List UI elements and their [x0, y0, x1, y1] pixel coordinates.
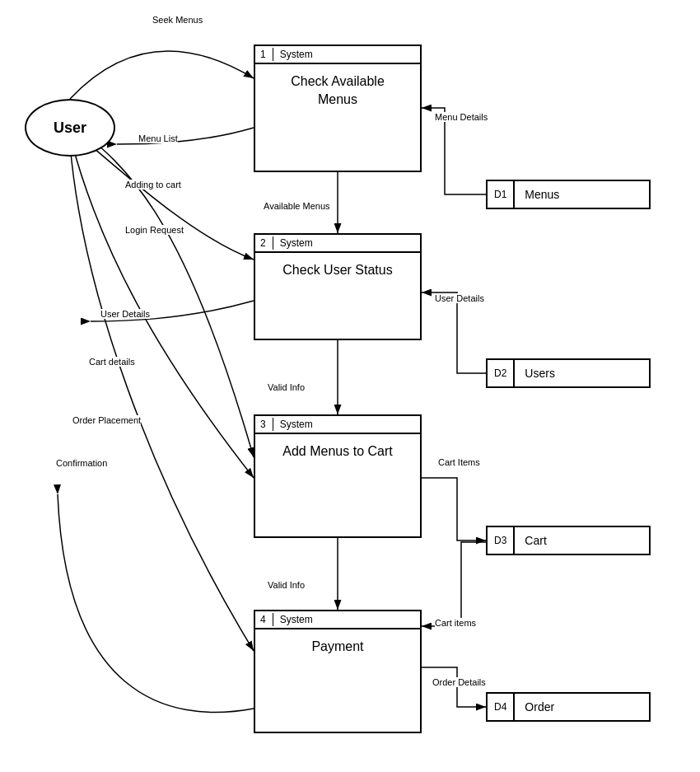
label-seek-menus: Seek Menus	[152, 15, 203, 25]
process-2-system: System	[280, 237, 313, 249]
process-3-title: Add Menus to Cart	[255, 434, 420, 469]
label-menu-list: Menu List	[138, 133, 178, 143]
process-4-system: System	[280, 614, 313, 625]
label-confirmation: Confirmation	[56, 458, 107, 468]
label-order-details: Order Details	[432, 677, 486, 687]
data-store-d4-label: D4	[488, 694, 515, 720]
label-cart-details: Cart details	[89, 357, 135, 367]
process-4-title: Payment	[255, 629, 420, 664]
process-1-system: System	[280, 49, 313, 60]
label-order-placement: Order Placement	[72, 415, 141, 425]
diagram-container: User 1 System Check AvailableMenus 2 Sys…	[0, 0, 700, 772]
data-store-d2-label: D2	[488, 360, 515, 386]
data-store-d1-label: D1	[488, 181, 515, 208]
process-2-header: 2 System	[255, 235, 420, 253]
label-login-request: Login Request	[125, 225, 184, 235]
process-4-number: 4	[260, 614, 266, 625]
process-1-title: Check AvailableMenus	[255, 64, 420, 118]
process-2: 2 System Check User Status	[254, 233, 422, 340]
label-valid-info-2: Valid Info	[268, 580, 305, 590]
data-store-d4: D4 Order	[486, 692, 651, 722]
label-cart-items-ds: Cart items	[435, 618, 476, 628]
user-entity: User	[25, 99, 115, 157]
data-store-d1: D1 Menus	[486, 180, 651, 209]
user-label: User	[54, 119, 86, 137]
label-adding-to-cart: Adding to cart	[125, 180, 181, 189]
process-4: 4 System Payment	[254, 610, 422, 733]
label-user-details-ds: User Details	[435, 293, 484, 303]
process-3-system: System	[280, 419, 313, 430]
label-cart-items: Cart Items	[438, 457, 480, 467]
process-2-number: 2	[260, 237, 266, 249]
data-store-d1-name: Menus	[515, 181, 569, 208]
data-store-d4-name: Order	[515, 694, 564, 720]
data-store-d3-name: Cart	[515, 527, 556, 554]
process-3: 3 System Add Menus to Cart	[254, 414, 422, 538]
process-1-number: 1	[260, 49, 266, 60]
data-store-d2-name: Users	[515, 360, 565, 386]
process-1-header: 1 System	[255, 46, 420, 64]
data-store-d3: D3 Cart	[486, 526, 651, 555]
process-3-number: 3	[260, 419, 266, 430]
process-3-header: 3 System	[255, 416, 420, 434]
label-available-menus: Available Menus	[264, 201, 330, 211]
label-valid-info-1: Valid Info	[268, 382, 305, 392]
process-2-title: Check User Status	[255, 253, 420, 288]
process-1: 1 System Check AvailableMenus	[254, 44, 422, 172]
label-menu-details: Menu Details	[435, 112, 488, 122]
label-user-details: User Details	[100, 309, 150, 319]
process-4-header: 4 System	[255, 611, 420, 629]
data-store-d2: D2 Users	[486, 358, 651, 388]
data-store-d3-label: D3	[488, 527, 515, 554]
